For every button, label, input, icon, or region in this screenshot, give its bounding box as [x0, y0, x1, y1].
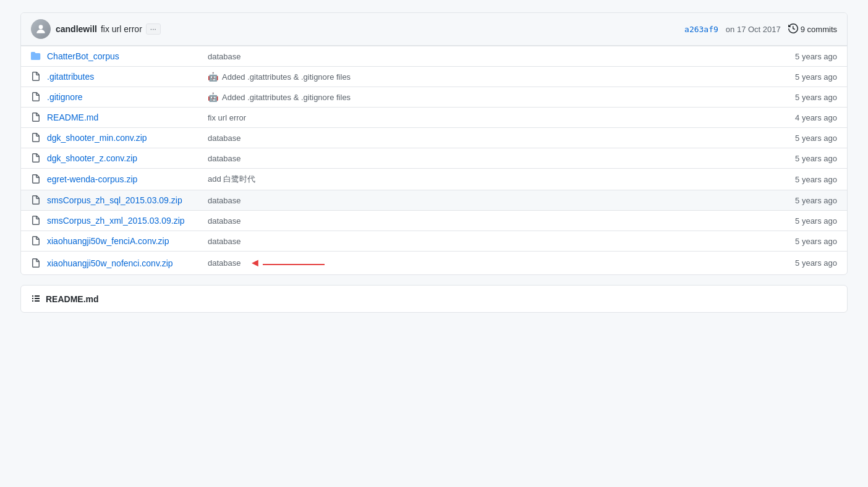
- file-commit-message: add 白鹭时代: [208, 174, 751, 185]
- file-age: 5 years ago: [757, 93, 837, 102]
- commit-hash-link[interactable]: a263af9: [684, 25, 718, 34]
- file-name: README.md: [47, 112, 202, 122]
- folder-icon: [31, 51, 41, 61]
- file-age: 5 years ago: [757, 175, 837, 184]
- commits-count-link[interactable]: 9 commits: [788, 23, 837, 35]
- list-icon: [31, 293, 41, 305]
- file-age: 5 years ago: [757, 72, 837, 82]
- commit-message-link[interactable]: database: [208, 196, 241, 205]
- file-commit-message: 🤖Added .gitattributes & .gitignore files: [208, 92, 751, 102]
- file-age: 5 years ago: [757, 216, 837, 226]
- file-name-link[interactable]: xiaohuangji50w_fenciA.conv.zip: [47, 236, 169, 246]
- file-icon: [31, 153, 41, 163]
- file-age: 4 years ago: [757, 113, 837, 122]
- commit-message-link[interactable]: add 白鹭时代: [208, 174, 255, 185]
- file-name-link[interactable]: dgk_shooter_min.conv.zip: [47, 133, 147, 143]
- file-name: xiaohuangji50w_fenciA.conv.zip: [47, 236, 202, 246]
- file-name: smsCorpus_zh_xml_2015.03.09.zip: [47, 216, 202, 226]
- file-name-link[interactable]: smsCorpus_zh_xml_2015.03.09.zip: [47, 216, 185, 226]
- file-name-link[interactable]: ChatterBot_corpus: [47, 51, 119, 61]
- file-icon: [31, 236, 41, 246]
- file-commit-message: database: [208, 216, 751, 226]
- file-age: 5 years ago: [757, 52, 837, 61]
- file-name-link[interactable]: dgk_shooter_z.conv.zip: [47, 153, 137, 163]
- file-row: dgk_shooter_z.conv.zipdatabase5 years ag…: [21, 148, 847, 168]
- file-name-link[interactable]: smsCorpus_zh_sql_2015.03.09.zip: [47, 195, 182, 205]
- file-row: dgk_shooter_min.conv.zipdatabase5 years …: [21, 127, 847, 148]
- file-row: smsCorpus_zh_sql_2015.03.09.zipdatabase5…: [21, 190, 847, 210]
- repository-file-browser: candlewill fix url error ··· a263af9 on …: [20, 12, 848, 275]
- file-commit-message: database: [208, 196, 751, 205]
- history-icon: [788, 23, 798, 35]
- file-commit-message: 🤖Added .gitattributes & .gitignore files: [208, 72, 751, 82]
- commit-author[interactable]: candlewill: [56, 24, 97, 34]
- commits-count-label: 9 commits: [801, 25, 837, 34]
- file-name: dgk_shooter_min.conv.zip: [47, 133, 202, 143]
- file-icon: [31, 72, 41, 82]
- file-icon: [31, 133, 41, 143]
- file-name-link[interactable]: egret-wenda-corpus.zip: [47, 174, 137, 184]
- avatar-image: [31, 19, 51, 39]
- avatar: [31, 19, 51, 39]
- file-name-link[interactable]: .gitignore: [47, 92, 83, 102]
- file-row: ChatterBot_corpusdatabase5 years ago: [21, 46, 847, 66]
- file-row: xiaohuangji50w_nofenci.conv.zipdatabase◄…: [21, 251, 847, 274]
- file-row: xiaohuangji50w_fenciA.conv.zipdatabase5 …: [21, 231, 847, 251]
- file-commit-message: fix url error: [208, 113, 751, 122]
- commit-message-link[interactable]: fix url error: [208, 113, 246, 122]
- file-name: xiaohuangji50w_nofenci.conv.zip: [47, 258, 202, 268]
- file-icon: [31, 216, 41, 226]
- commit-message-link[interactable]: database: [208, 237, 241, 246]
- file-name: dgk_shooter_z.conv.zip: [47, 153, 202, 163]
- commit-meta: a263af9 on 17 Oct 2017 9 commits: [684, 23, 837, 35]
- file-icon: [31, 112, 41, 122]
- file-commit-message: database◄: [208, 256, 751, 269]
- commit-message-link[interactable]: database: [208, 216, 241, 226]
- commit-avatar-emoji: 🤖: [208, 72, 218, 82]
- file-row: .gitattributes🤖Added .gitattributes & .g…: [21, 66, 847, 87]
- file-age: 5 years ago: [757, 237, 837, 246]
- commit-message-link[interactable]: database: [208, 133, 241, 143]
- commit-message-link[interactable]: database: [208, 52, 241, 61]
- file-commit-message: database: [208, 237, 751, 246]
- file-name-link[interactable]: README.md: [47, 112, 98, 122]
- file-name: smsCorpus_zh_sql_2015.03.09.zip: [47, 195, 202, 205]
- file-age: 5 years ago: [757, 258, 837, 268]
- commit-ellipsis-button[interactable]: ···: [146, 23, 161, 35]
- file-age: 5 years ago: [757, 154, 837, 163]
- file-name: .gitignore: [47, 92, 202, 102]
- file-commit-message: database: [208, 133, 751, 143]
- file-age: 5 years ago: [757, 133, 837, 143]
- file-age: 5 years ago: [757, 196, 837, 205]
- readme-title: README.md: [46, 294, 99, 304]
- file-icon: [31, 195, 41, 205]
- commit-date: on 17 Oct 2017: [726, 25, 781, 34]
- commit-message-link[interactable]: database: [208, 154, 241, 163]
- file-commit-message: database: [208, 154, 751, 163]
- commit-message-link[interactable]: database: [208, 258, 241, 268]
- file-name-link[interactable]: .gitattributes: [47, 72, 94, 82]
- commit-message-link[interactable]: Added .gitattributes & .gitignore files: [222, 93, 351, 102]
- file-commit-message: database: [208, 52, 751, 61]
- annotation-arrow: ◄: [245, 256, 325, 269]
- file-icon: [31, 174, 41, 184]
- svg-point-0: [39, 25, 43, 29]
- file-name: ChatterBot_corpus: [47, 51, 202, 61]
- readme-box: README.md: [20, 285, 848, 313]
- file-list: ChatterBot_corpusdatabase5 years ago.git…: [21, 46, 847, 274]
- readme-header: README.md: [31, 293, 837, 305]
- commit-bar: candlewill fix url error ··· a263af9 on …: [21, 13, 847, 46]
- commit-info: candlewill fix url error ···: [56, 23, 679, 35]
- file-name: .gitattributes: [47, 72, 202, 82]
- commit-message: fix url error: [101, 24, 142, 34]
- file-name: egret-wenda-corpus.zip: [47, 174, 202, 184]
- file-name-link[interactable]: xiaohuangji50w_nofenci.conv.zip: [47, 258, 173, 268]
- file-icon: [31, 258, 41, 268]
- file-row: egret-wenda-corpus.zipadd 白鹭时代5 years ag…: [21, 168, 847, 190]
- file-row: smsCorpus_zh_xml_2015.03.09.zipdatabase5…: [21, 210, 847, 231]
- file-icon: [31, 92, 41, 102]
- commit-message-link[interactable]: Added .gitattributes & .gitignore files: [222, 72, 351, 82]
- commit-avatar-emoji: 🤖: [208, 92, 218, 102]
- file-row: .gitignore🤖Added .gitattributes & .gitig…: [21, 87, 847, 107]
- file-row: README.mdfix url error4 years ago: [21, 107, 847, 127]
